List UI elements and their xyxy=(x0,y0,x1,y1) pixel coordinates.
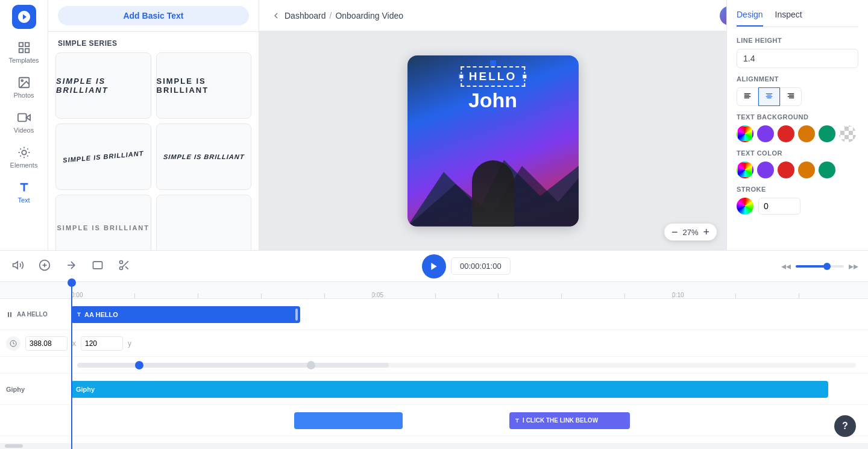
sidebar-item-templates[interactable]: Templates xyxy=(4,36,45,69)
template-text-3: SIMPLE IS BRILLIANT xyxy=(63,149,144,164)
dashboard-link[interactable]: Dashboard xyxy=(285,11,326,20)
canvas-video[interactable]: HELLO John xyxy=(407,55,579,227)
scrubber-track[interactable] xyxy=(77,363,856,368)
sidebar-item-label: Photos xyxy=(13,92,34,99)
template-card-6[interactable] xyxy=(156,195,252,250)
swatch-red-bg[interactable] xyxy=(778,125,794,142)
app-logo[interactable] xyxy=(12,5,36,29)
track-hello-label: AA HELLO xyxy=(17,311,48,318)
text-color-label: TEXT COLOR xyxy=(737,149,858,157)
zoom-out-button[interactable]: − xyxy=(671,227,678,237)
position-x-label: x xyxy=(72,339,76,348)
speed-slider-thumb[interactable] xyxy=(823,263,831,270)
svg-marker-24 xyxy=(13,262,18,269)
help-button[interactable]: ? xyxy=(834,415,856,437)
play-button[interactable] xyxy=(422,254,446,278)
swatch-purple-color[interactable] xyxy=(757,162,774,178)
tab-design[interactable]: Design xyxy=(737,10,763,27)
elements-icon xyxy=(17,146,31,159)
link-text: I CLICK THE LINK BELOW xyxy=(523,417,598,424)
template-card-4[interactable]: SIMPLE IS BRILLIANT xyxy=(156,124,252,190)
scrollbar-thumb[interactable] xyxy=(5,444,23,448)
template-card-2[interactable]: SIMPLE IS BRILLIANT xyxy=(156,52,252,119)
speed-back-icon[interactable]: ◂◂ xyxy=(781,260,791,272)
track-block-giphy[interactable]: Giphy xyxy=(71,381,828,398)
svg-point-31 xyxy=(120,267,123,270)
position-y-input[interactable] xyxy=(81,336,123,351)
sidebar-item-text[interactable]: Text xyxy=(4,176,45,209)
swatch-green-color[interactable] xyxy=(819,162,835,178)
track-content-giphy: Giphy xyxy=(71,380,868,399)
track-label-giphy: Giphy xyxy=(0,386,71,393)
line-height-input[interactable] xyxy=(737,49,858,68)
track-block-hello[interactable]: AA HELLO xyxy=(71,306,300,323)
arrow-tool-icon xyxy=(65,259,77,271)
swatch-purple-bg[interactable] xyxy=(757,125,774,142)
template-card-3[interactable]: SIMPLE IS BRILLIANT xyxy=(55,124,151,190)
align-right-button[interactable] xyxy=(780,87,802,106)
swatch-rainbow-bg[interactable] xyxy=(737,125,753,142)
aspect-tool-button[interactable] xyxy=(89,257,106,275)
swatch-yellow-bg[interactable] xyxy=(798,125,815,142)
tab-inspect[interactable]: Inspect xyxy=(775,10,802,27)
scrubber-thumb-right[interactable] xyxy=(307,361,315,369)
ruler-mark-010: 0:10 xyxy=(672,292,684,298)
svg-rect-3 xyxy=(25,49,28,52)
breadcrumb: Dashboard / Onboarding Video xyxy=(271,11,712,20)
template-text-2: SIMPLE IS BRILLIANT xyxy=(157,77,251,95)
stroke-color-swatch[interactable] xyxy=(737,198,753,215)
svg-rect-29 xyxy=(93,262,102,269)
speed-forward-icon[interactable]: ▸▸ xyxy=(849,260,858,272)
track-row-link: I CLICK THE LINK BELOW xyxy=(0,405,868,436)
track-blue-bar[interactable] xyxy=(294,412,403,429)
svg-marker-6 xyxy=(26,115,30,120)
align-left-button[interactable] xyxy=(737,87,758,106)
person-silhouette xyxy=(472,160,514,227)
swatch-transparent-bg[interactable] xyxy=(839,125,856,142)
sidebar-item-elements[interactable]: Elements xyxy=(4,141,45,174)
selection-handle-top xyxy=(490,60,496,66)
photo-icon xyxy=(17,76,31,89)
track-text-icon xyxy=(76,312,82,318)
track-row-hello: AA HELLO AA HELLO xyxy=(0,299,868,330)
resize-handle-left[interactable] xyxy=(458,74,464,80)
align-center-button[interactable] xyxy=(758,87,780,106)
track-resize-handle[interactable] xyxy=(295,309,298,321)
resize-handle-right[interactable] xyxy=(521,74,527,80)
add-basic-text-button[interactable]: Add Basic Text xyxy=(58,6,249,25)
swatch-red-color[interactable] xyxy=(778,162,794,178)
arrow-tool-button[interactable] xyxy=(63,257,80,275)
speed-controls: ◂◂ ▸▸ xyxy=(781,260,858,272)
sidebar-item-label: Elements xyxy=(10,162,38,169)
scrubber-thumb-left[interactable] xyxy=(135,361,143,369)
back-arrow-icon xyxy=(271,11,281,20)
speed-slider-track[interactable] xyxy=(796,265,844,268)
align-right-icon xyxy=(787,92,795,100)
hello-text-selection[interactable]: HELLO xyxy=(461,66,525,87)
stroke-input[interactable] xyxy=(758,198,800,215)
canvas-background: HELLO John xyxy=(407,55,579,227)
position-x-input[interactable] xyxy=(25,336,68,351)
track-pause-icon xyxy=(6,311,13,318)
position-y-label: y xyxy=(128,339,131,348)
sidebar-item-photos[interactable]: Photos xyxy=(4,71,45,104)
zoom-in-button[interactable]: + xyxy=(703,227,709,237)
swatch-yellow-color[interactable] xyxy=(798,162,815,178)
template-card-1[interactable]: SIMPLE IS BRILLIANT xyxy=(55,52,151,119)
sidebar-item-videos[interactable]: Videos xyxy=(4,106,45,139)
sidebar-item-label: Templates xyxy=(8,57,39,64)
swatch-rainbow-color[interactable] xyxy=(737,162,753,178)
right-tabs: Design Inspect xyxy=(737,10,858,27)
add-icon xyxy=(39,259,51,271)
align-left-icon xyxy=(743,92,752,100)
timeline-ruler: 0:00 0:05 0:10 xyxy=(0,282,868,299)
right-panel: Design Inspect LINE HEIGHT ALIGNMENT TEX… xyxy=(726,0,868,250)
swatch-green-bg[interactable] xyxy=(819,125,835,142)
svg-rect-7 xyxy=(17,114,26,122)
template-card-5[interactable]: SIMPLE IS BRILLIANT xyxy=(55,195,151,250)
cut-tool-button[interactable] xyxy=(116,257,133,275)
audio-tool-button[interactable] xyxy=(10,257,27,275)
track-block-link[interactable]: I CLICK THE LINK BELOW xyxy=(509,412,630,429)
track-hello-text: AA HELLO xyxy=(84,311,118,318)
add-tool-button[interactable] xyxy=(36,257,53,275)
